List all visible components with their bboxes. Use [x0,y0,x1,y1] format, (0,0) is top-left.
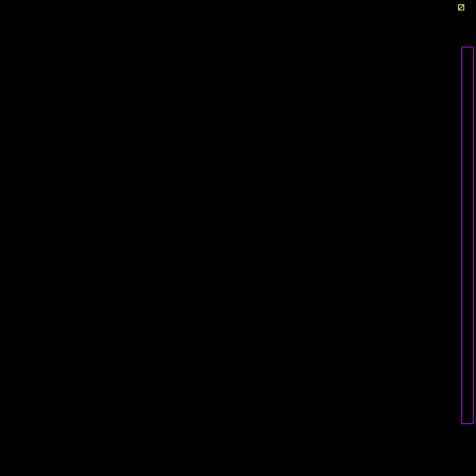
radar-map [0,0,476,476]
radar-viewport [0,0,476,476]
window-icon [458,4,464,11]
colorbar [461,47,474,424]
